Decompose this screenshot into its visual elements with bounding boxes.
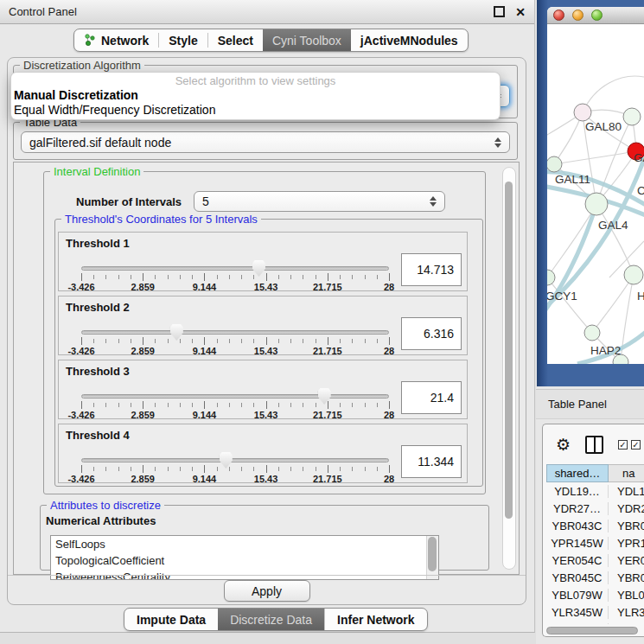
algorithm-dropdown-popup: Select algorithm to view settings Manual…: [11, 73, 500, 119]
tick-label: 2.859: [131, 474, 155, 484]
zoom-traffic-light-icon[interactable]: [591, 10, 603, 21]
numerical-attributes-list[interactable]: SelfLoopsTopologicalCoefficientBetweenne…: [50, 535, 439, 580]
cell-shared-name[interactable]: YPR145W: [546, 537, 609, 550]
tab-style[interactable]: Style: [159, 29, 207, 51]
close-traffic-light-icon[interactable]: [553, 10, 564, 21]
attribute-item[interactable]: SelfLoops: [51, 536, 438, 552]
cell-shared-name[interactable]: YLR345W: [546, 606, 609, 619]
tab-label: jActiveMNodules: [360, 34, 458, 48]
minimize-traffic-light-icon[interactable]: [572, 10, 583, 21]
list-scrollbar[interactable]: [426, 536, 438, 579]
table-data-combobox[interactable]: galFiltered.sif default node: [21, 131, 510, 153]
column-browser-icon[interactable]: [585, 436, 603, 454]
cell-name[interactable]: YBR0: [609, 571, 644, 584]
number-of-intervals-combobox[interactable]: 5: [194, 191, 445, 212]
threshold-slider[interactable]: -3.4262.8599.14415.4321.71528: [81, 386, 389, 419]
table-data-combobox-value: galFiltered.sif default node: [29, 136, 171, 150]
panel-scrollbar[interactable]: [502, 167, 516, 570]
tab-label: Network: [101, 34, 149, 48]
cell-name[interactable]: YDL1: [609, 485, 644, 498]
tick-label: 9.144: [193, 410, 217, 420]
cell-shared-name[interactable]: YDR27…: [546, 502, 609, 515]
cell-name[interactable]: YDR2: [609, 502, 644, 515]
table-row[interactable]: YDL19…YDL1: [546, 482, 644, 500]
tab-jactivemnodules[interactable]: jActiveMNodules: [351, 29, 468, 51]
table-row[interactable]: YDR27…YDR2: [546, 500, 644, 517]
cell-name[interactable]: YIL0: [609, 623, 644, 625]
threshold-value-field[interactable]: 21.4: [401, 381, 462, 414]
thresholds-group-label: Threshold's Coordinates for 5 Intervals: [61, 213, 261, 226]
network-node-ga[interactable]: [623, 108, 641, 125]
algorithm-option-manual-discretization[interactable]: Manual Discretization: [11, 88, 500, 103]
panel-scrollbar-thumb[interactable]: [505, 182, 513, 519]
tab-select[interactable]: Select: [208, 29, 263, 51]
cell-name[interactable]: YPR1: [609, 537, 644, 550]
tab-cyni-toolbox[interactable]: Cyni Toolbox: [263, 29, 351, 51]
tab-impute-data[interactable]: Impute Data: [124, 609, 218, 630]
tab-infer-network[interactable]: Infer Network: [324, 609, 426, 630]
table-hscrollbar-thumb[interactable]: [546, 627, 638, 634]
network-canvas[interactable]: GAL80GACGAL11GAL4GCY1HHAP2: [547, 25, 644, 364]
float-window-icon[interactable]: [494, 6, 505, 17]
threshold-slider[interactable]: -3.4262.8599.14415.4321.71528: [81, 450, 389, 483]
cell-shared-name[interactable]: YDL19…: [546, 485, 609, 498]
network-node-gal11[interactable]: [547, 156, 562, 172]
table-row[interactable]: YPR145WYPR1: [546, 534, 644, 552]
node-label: H: [637, 290, 644, 303]
cell-shared-name[interactable]: YIL052C: [546, 623, 609, 625]
table-row[interactable]: YIL052CYIL0: [546, 621, 644, 624]
threshold-slider[interactable]: -3.4262.8599.14415.4321.71528: [81, 322, 389, 355]
tick-label: 15.43: [254, 474, 278, 484]
cell-shared-name[interactable]: YBR045C: [546, 571, 609, 584]
threshold-row: Threshold 3 -3.4262.8599.14415.4321.7152…: [58, 360, 468, 419]
slider-track[interactable]: [81, 394, 389, 399]
network-node-hap2[interactable]: [584, 325, 600, 341]
close-icon[interactable]: ✕: [515, 6, 526, 18]
network-node-gal4[interactable]: [585, 193, 608, 215]
node-label: C: [637, 184, 644, 197]
cell-name[interactable]: YBL0: [609, 589, 644, 602]
cell-shared-name[interactable]: YBL079W: [546, 589, 609, 602]
checkbox-icon[interactable]: ✓: [631, 440, 641, 450]
tick-label: -3.426: [67, 346, 94, 356]
table-hscrollbar[interactable]: [546, 626, 641, 635]
slider-track[interactable]: [81, 330, 389, 335]
network-node-gcy1[interactable]: [547, 270, 555, 285]
cell-shared-name[interactable]: YBR043C: [546, 520, 609, 532]
table-row[interactable]: YLR345WYLR3: [546, 603, 644, 621]
cell-name[interactable]: YBR0: [609, 520, 644, 532]
gear-icon[interactable]: ⚙: [556, 437, 571, 453]
algorithm-option-equal-width-frequency-discretization[interactable]: Equal Width/Frequency Discretization: [11, 103, 500, 118]
network-view-window: GAL80GACGAL11GAL4GCY1HHAP2: [547, 7, 644, 364]
cell-name[interactable]: YER0: [609, 554, 644, 567]
cell-name[interactable]: YLR3: [609, 606, 644, 619]
tick-label: 28: [384, 282, 394, 292]
slider-track[interactable]: [81, 458, 389, 462]
column-header-name[interactable]: na: [609, 464, 644, 482]
attribute-item[interactable]: TopologicalCoefficient: [51, 552, 438, 569]
tab-network[interactable]: Network: [74, 29, 158, 51]
cell-shared-name[interactable]: YER054C: [546, 554, 609, 567]
threshold-value-field[interactable]: 11.344: [401, 445, 462, 478]
checkbox-icon[interactable]: ✓: [618, 440, 628, 450]
threshold-value-field[interactable]: 14.713: [401, 253, 462, 286]
interval-definition-group: Interval Definition Number of Intervals …: [43, 171, 486, 494]
table-row[interactable]: YBR045CYBR0: [546, 569, 644, 586]
node-label: GA: [634, 151, 644, 164]
apply-button[interactable]: Apply: [224, 580, 310, 602]
threshold-slider[interactable]: -3.4262.8599.14415.4321.71528: [81, 258, 389, 291]
threshold-value-field[interactable]: 6.316: [401, 317, 462, 350]
table-row[interactable]: YER054CYER0: [546, 552, 644, 569]
network-node-h[interactable]: [624, 265, 643, 284]
table-row[interactable]: YBR043CYBR0: [546, 517, 644, 534]
control-panel-titlebar: Control Panel ✕: [0, 0, 534, 24]
tab-discretize-data[interactable]: Discretize Data: [218, 609, 324, 630]
algorithm-group-label: Discretization Algorithm: [20, 59, 144, 72]
column-header-shared-name[interactable]: shared…: [546, 464, 609, 482]
table-data-group: Table Data galFiltered.sif default node: [13, 122, 518, 160]
network-node-gal80[interactable]: [574, 104, 591, 121]
table-row[interactable]: YBL079WYBL0: [546, 586, 644, 603]
numerical-attributes-label: Numerical Attributes: [46, 514, 156, 527]
slider-track[interactable]: [81, 266, 389, 271]
tick-label: -3.426: [67, 474, 94, 484]
